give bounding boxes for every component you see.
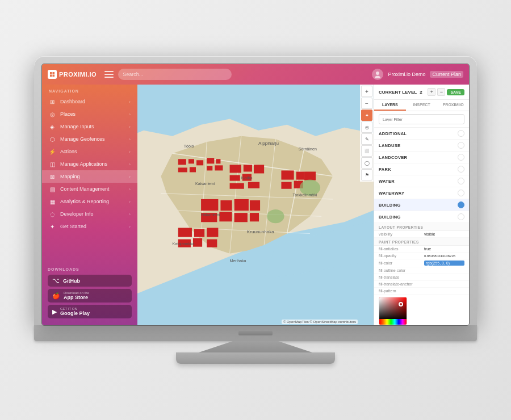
zoom-out-button[interactable]: − [361, 98, 372, 109]
layer-name-water: WATER [379, 179, 395, 184]
app-logo-icon [48, 70, 57, 79]
monitor-screen: PROXIMI.IO Search... Proximi.io Demo [42, 64, 469, 325]
appstore-button-text: Download on the App Store [64, 291, 89, 300]
sidebar-item-geofences[interactable]: ⬡ Manage Geofences › [42, 133, 137, 145]
sidebar-label-places: Places [60, 111, 76, 117]
layer-toggle-building-1[interactable] [458, 201, 464, 208]
tab-inspect[interactable]: INSPECT [406, 100, 438, 111]
prop-label-opacity: fill-opacity [379, 254, 424, 258]
sidebar-downloads: DOWNLOADS ⌥ GitHub 🍎 Download on the Ap [42, 263, 137, 325]
appstore-download-button[interactable]: 🍎 Download on the App Store [48, 289, 132, 303]
sidebar-item-inputs[interactable]: ◈ Manage Inputs › [42, 120, 137, 133]
svg-rect-50 [207, 228, 218, 237]
svg-text:Katajanokka: Katajanokka [173, 242, 195, 246]
layer-park[interactable]: PARK [374, 163, 469, 175]
analytics-icon: ▦ [49, 198, 56, 205]
layer-building-1[interactable]: BUILDING [374, 199, 469, 211]
layer-filter-container [374, 111, 469, 128]
color-picker-swatch[interactable] [379, 297, 407, 325]
layer-toggle-additional[interactable] [458, 130, 464, 137]
pin-button[interactable]: ⚑ [361, 169, 372, 180]
sidebar-label-apps: Manage Applications [60, 161, 107, 167]
map-background: Sörnäinen Töölö Alppiharju Kallio Torkke… [137, 85, 374, 325]
sidebar-item-developer[interactable]: ◌ Developer Info › [42, 208, 137, 220]
downloads-label: DOWNLOADS [48, 267, 132, 271]
level-up-button[interactable]: + [428, 88, 435, 96]
layer-water[interactable]: WATER [374, 175, 469, 187]
save-button[interactable]: SAVE [447, 89, 464, 95]
location-button[interactable]: ◎ [361, 121, 372, 133]
sidebar-item-mapping[interactable]: ⊠ Mapping › [42, 170, 137, 183]
layer-name-park: PARK [379, 167, 391, 172]
googleplay-icon: ▶ [52, 308, 57, 316]
sidebar-item-actions[interactable]: ⚡ Actions › [42, 145, 137, 158]
svg-rect-35 [281, 182, 291, 189]
layer-toggle-water[interactable] [458, 178, 464, 184]
rp-header: CURRENT LEVEL 2 + − SAVE [374, 85, 469, 100]
prop-label-fill-color: fill-color [379, 261, 424, 265]
search-bar[interactable]: Search... [118, 69, 232, 80]
menu-icon[interactable] [104, 71, 114, 78]
github-download-button[interactable]: ⌥ GitHub [48, 275, 132, 287]
monitor-chin [34, 325, 477, 341]
zoom-in-button[interactable]: + [361, 86, 372, 97]
googleplay-download-button[interactable]: ▶ GET IT ON Google Play [48, 305, 132, 318]
color-picker-row[interactable] [374, 295, 469, 325]
monitor-body: PROXIMI.IO Search... Proximi.io Demo [34, 56, 477, 325]
square-draw-button[interactable]: ⬜ [361, 145, 372, 157]
prop-visibility: visibility visible [374, 231, 469, 238]
layer-toggle-park[interactable] [458, 166, 464, 173]
monitor-stand-top [199, 341, 312, 352]
prop-outline-color: fill-outline-color [374, 267, 469, 274]
svg-rect-38 [201, 199, 218, 211]
level-down-button[interactable]: − [437, 88, 445, 96]
cursor-tool-button[interactable]: ✦ [361, 110, 372, 121]
layer-landcover[interactable]: LANDCOVER [374, 152, 469, 163]
developer-icon: ◌ [49, 211, 56, 217]
sidebar-item-places[interactable]: ◎ Places › [42, 108, 137, 120]
draw-button[interactable]: ✎ [361, 133, 372, 145]
svg-rect-37 [304, 171, 316, 180]
layer-toggle-landuse[interactable] [458, 142, 464, 149]
user-avatar [372, 69, 383, 80]
svg-rect-27 [244, 165, 252, 171]
sidebar-item-started[interactable]: ✦ Get Started › [42, 220, 137, 233]
tab-layers[interactable]: LAYERS [374, 100, 406, 111]
layer-name-additional: ADDITIONAL [379, 131, 407, 136]
svg-rect-39 [220, 200, 232, 211]
sidebar-item-apps[interactable]: ◫ Manage Applications › [42, 158, 137, 170]
map-area[interactable]: Sörnäinen Töölö Alppiharju Kallio Torkke… [137, 85, 374, 325]
svg-text:Töölö: Töölö [184, 144, 194, 148]
layer-waterway[interactable]: WATERWAY [374, 187, 469, 199]
layer-landuse[interactable]: LANDUSE [374, 140, 469, 152]
circle-draw-button[interactable]: ◯ [361, 157, 372, 169]
sidebar-item-analytics[interactable]: ▦ Analytics & Reporting › [42, 195, 137, 208]
svg-text:Kallio: Kallio [241, 175, 253, 180]
layer-toggle-building-2[interactable] [458, 213, 464, 220]
sidebar: NAVIGATION ⊞ Dashboard › ◎ Places › ◈ Ma… [42, 85, 137, 325]
mapping-icon: ⊠ [49, 173, 56, 180]
layer-filter-input[interactable] [379, 114, 464, 124]
sidebar-label-actions: Actions [60, 149, 77, 154]
dashboard-icon: ⊞ [49, 98, 56, 105]
sidebar-item-dashboard[interactable]: ⊞ Dashboard › [42, 95, 137, 108]
tab-proximiio[interactable]: PROXIMIIO [437, 100, 469, 111]
layer-additional[interactable]: ADDITIONAL [374, 128, 469, 140]
map-tools: + − ✦ ◎ ✎ ⬜ ◯ ⚑ [360, 85, 374, 182]
layer-name-building-2: BUILDING [379, 215, 401, 220]
svg-text:Kaisaniemi: Kaisaniemi [195, 182, 215, 186]
layer-toggle-waterway[interactable] [458, 190, 464, 196]
layer-building-2[interactable]: BUILDING [374, 211, 469, 223]
github-label: GitHub [63, 278, 80, 284]
search-placeholder: Search... [123, 72, 143, 77]
level-controls: + − SAVE [428, 88, 464, 96]
layer-name-landcover: LANDCOVER [379, 155, 407, 160]
svg-rect-46 [178, 228, 192, 237]
prop-label-visibility: visibility [379, 232, 424, 236]
layer-name-landuse: LANDUSE [379, 143, 400, 148]
layer-toggle-landcover[interactable] [458, 154, 464, 161]
sidebar-item-content[interactable]: ▤ Content Management › [42, 183, 137, 195]
sidebar-label-inputs: Manage Inputs [60, 124, 94, 129]
svg-rect-24 [207, 166, 212, 170]
svg-point-5 [375, 76, 380, 79]
